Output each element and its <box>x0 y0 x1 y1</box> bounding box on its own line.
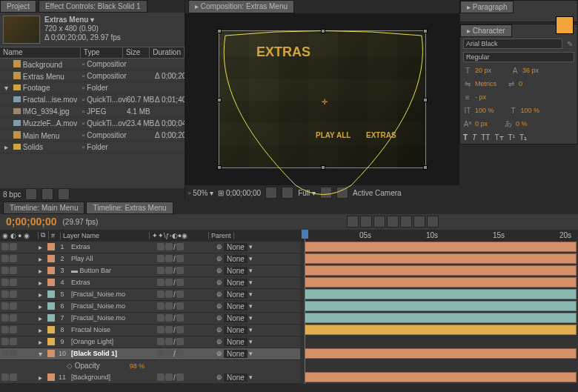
faux-italic-button[interactable]: T <box>472 133 476 142</box>
col-parent[interactable]: Parent <box>209 232 234 239</box>
label-color[interactable] <box>47 373 55 381</box>
video-toggle[interactable] <box>1 243 9 250</box>
project-item[interactable]: ▾ Footage▫ Folder <box>0 82 185 94</box>
new-comp-icon[interactable] <box>41 188 53 200</box>
fill-color-swatch[interactable] <box>556 16 574 34</box>
video-toggle[interactable] <box>1 255 9 262</box>
comp-flowchart-icon[interactable] <box>347 216 359 227</box>
bpc-toggle[interactable]: 8 bpc <box>3 190 21 199</box>
character-tab[interactable]: ▸ Character <box>460 24 512 37</box>
trash-icon[interactable] <box>58 188 70 200</box>
label-color[interactable] <box>47 243 55 250</box>
label-color[interactable] <box>47 350 55 357</box>
composition-tab[interactable]: ▸ Composition: Extras Menu <box>188 0 294 13</box>
label-color[interactable] <box>47 326 55 333</box>
paragraph-tab[interactable]: ▸ Paragraph <box>460 1 514 13</box>
layer-bar[interactable] <box>305 301 577 311</box>
col-layername[interactable]: Layer Name <box>61 232 150 239</box>
handle-tl[interactable] <box>217 29 222 33</box>
layer-row[interactable]: ▸9[Orange Light]/⊚ None ▾ <box>0 336 300 348</box>
viewer-time[interactable]: ⊞ 0;00;00;00 <box>218 189 261 197</box>
zoom-dropdown[interactable]: ▫ 50% ▾ <box>188 189 213 197</box>
audio-toggle[interactable] <box>10 279 17 286</box>
col-duration[interactable]: Duration <box>150 47 185 58</box>
baseline-input[interactable]: 0 px <box>475 120 488 127</box>
video-toggle[interactable] <box>1 267 9 274</box>
label-color[interactable] <box>47 267 55 274</box>
layer-bar[interactable] <box>305 277 577 288</box>
col-label[interactable]: ⧉ <box>39 231 49 239</box>
project-item[interactable]: Fractal...ise.mov▫ QuickTi...ovie60.7 MB… <box>0 94 185 106</box>
layer-bar[interactable] <box>305 372 577 382</box>
col-num[interactable]: # <box>49 232 61 239</box>
leading-input[interactable]: 36 px <box>522 67 539 74</box>
video-toggle[interactable] <box>1 373 9 381</box>
video-toggle[interactable] <box>1 326 9 333</box>
audio-toggle[interactable] <box>10 350 17 357</box>
handle-bc[interactable] <box>321 165 325 170</box>
layer-row[interactable]: ▸4Extras/⊚ None ▾ <box>0 277 300 289</box>
motion-blur-icon[interactable] <box>400 216 412 227</box>
hscale-input[interactable]: 100 % <box>521 107 540 114</box>
layer-row[interactable]: ▾10[Black Solid 1]/⊚ None ▾ <box>0 348 300 360</box>
text-layer-extras2[interactable]: EXTRAS <box>366 131 396 139</box>
audio-toggle[interactable] <box>10 255 17 262</box>
layer-row[interactable]: ▸3▬ Button Bar/⊚ None ▾ <box>0 265 300 277</box>
subscript-button[interactable]: T₁ <box>519 133 527 142</box>
frame-blend-icon[interactable] <box>387 216 399 227</box>
layer-list[interactable]: ▸1Extras/⊚ None ▾▸2Play All/⊚ None ▾▸3▬ … <box>0 242 300 384</box>
font-family-dropdown[interactable]: Arial Black <box>463 39 562 49</box>
composition-viewer[interactable]: EXTRAS PLAY ALL EXTRAS ✛ <box>185 13 459 185</box>
col-av[interactable]: ◉ ◐ ● ◉ <box>0 232 39 239</box>
audio-toggle[interactable] <box>10 326 17 333</box>
font-style-dropdown[interactable]: Regular <box>463 52 574 62</box>
video-toggle[interactable] <box>1 302 9 310</box>
anchor-point-icon[interactable]: ✛ <box>322 98 328 104</box>
layer-bar[interactable] <box>305 242 577 252</box>
label-color[interactable] <box>47 255 55 262</box>
current-time[interactable]: 0;00;00;00 <box>6 216 57 227</box>
draft3d-icon[interactable] <box>360 216 372 227</box>
text-layer-extras[interactable]: EXTRAS <box>256 44 310 60</box>
composition-thumbnail[interactable] <box>3 16 40 44</box>
smallcaps-button[interactable]: Tᴛ <box>494 133 503 142</box>
grid-icon[interactable] <box>336 187 348 199</box>
camera-dropdown[interactable]: Active Camera <box>353 189 402 197</box>
opacity-value[interactable]: 98 % <box>130 362 145 370</box>
text-layer-playall[interactable]: PLAY ALL <box>316 131 351 139</box>
layer-row[interactable]: ▸1Extras/⊚ None ▾ <box>0 242 300 253</box>
kerning-dropdown[interactable]: Metrics <box>475 80 496 87</box>
col-size[interactable]: Size <box>123 47 150 58</box>
brainstorm-icon[interactable] <box>413 216 425 227</box>
audio-toggle[interactable] <box>10 338 17 345</box>
col-type[interactable]: Type <box>81 47 123 58</box>
timeline-tab-extras[interactable]: Timeline: Extras Menu <box>86 202 173 214</box>
layer-row[interactable]: ▸11[Background]/⊚ None ▾ <box>0 372 300 384</box>
audio-toggle[interactable] <box>10 373 17 381</box>
composition-canvas[interactable]: EXTRAS PLAY ALL EXTRAS ✛ <box>219 30 426 168</box>
layer-row[interactable]: ▸2Play All/⊚ None ▾ <box>0 253 300 265</box>
handle-ml[interactable] <box>217 98 222 102</box>
tracking-input[interactable]: 0 <box>519 80 522 87</box>
stroke-width-input[interactable]: - px <box>475 93 486 101</box>
eyedropper-icon[interactable]: ✎ <box>565 40 574 48</box>
layer-bar[interactable] <box>305 313 577 323</box>
allcaps-button[interactable]: TT <box>481 133 490 142</box>
audio-toggle[interactable] <box>10 314 17 322</box>
effect-controls-tab[interactable]: Effect Controls: Black Solid 1 <box>39 0 147 13</box>
audio-toggle[interactable] <box>10 302 17 310</box>
resolution-dropdown[interactable]: Full ▾ <box>298 189 316 197</box>
handle-mr[interactable] <box>423 98 428 102</box>
audio-toggle[interactable] <box>10 290 17 298</box>
project-item[interactable]: ▸ Solids▫ Folder <box>0 142 185 153</box>
video-toggle[interactable] <box>1 350 9 357</box>
layer-row[interactable]: ▸8Fractal Noise/⊚ None ▾ <box>0 325 300 336</box>
vscale-input[interactable]: 100 % <box>475 107 494 114</box>
audio-toggle[interactable] <box>10 267 17 274</box>
layer-bar[interactable] <box>305 289 577 299</box>
region-icon[interactable] <box>320 187 332 199</box>
timeline-tab-main[interactable]: Timeline: Main Menu <box>3 202 84 214</box>
superscript-button[interactable]: T¹ <box>508 133 515 142</box>
graph-editor-icon[interactable] <box>427 216 439 227</box>
project-list[interactable]: Background▫ Composition Extras Menu▫ Com… <box>0 59 185 188</box>
